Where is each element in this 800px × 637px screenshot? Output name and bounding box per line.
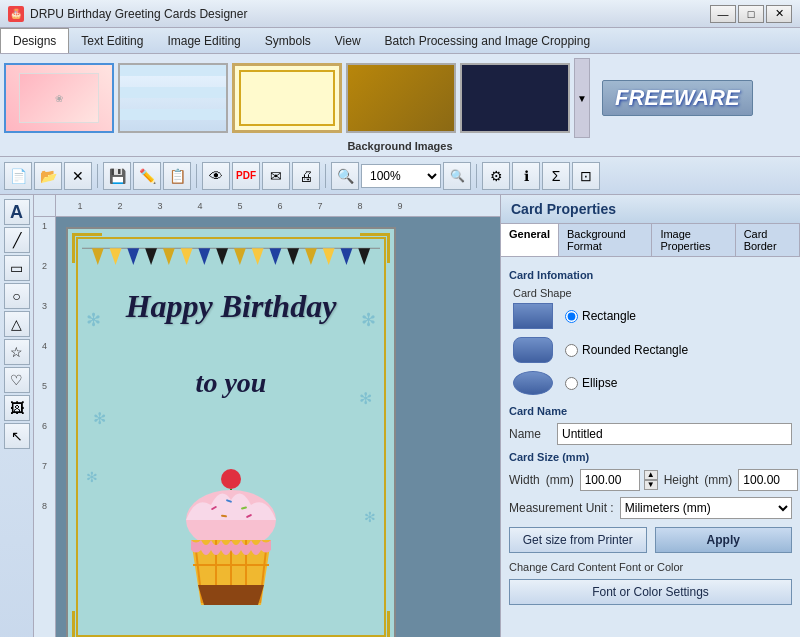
apply-button[interactable]: Apply (655, 527, 793, 553)
ellipse-tool[interactable]: ○ (4, 283, 30, 309)
bg-thumb-1[interactable]: ❀ (4, 63, 114, 133)
name-input[interactable] (557, 423, 792, 445)
close-file-button[interactable]: ✕ (64, 162, 92, 190)
ruler-corner (34, 195, 56, 217)
scroll-down-button[interactable]: ▼ (574, 58, 590, 138)
rect-tool[interactable]: ▭ (4, 255, 30, 281)
bg-thumb-2[interactable] (118, 63, 228, 133)
card-shape-label: Card Shape (513, 287, 792, 299)
shape-option-rounded: Rounded Rectangle (513, 337, 792, 363)
rounded-rectangle-preview (513, 337, 553, 363)
heart-tool[interactable]: ♡ (4, 367, 30, 393)
triangle-tool[interactable]: △ (4, 311, 30, 337)
print-button[interactable]: 🖨 (292, 162, 320, 190)
name-label: Name (509, 427, 549, 441)
card-text-to-you: to you (78, 367, 384, 399)
zoom-in-button[interactable]: 🔍 (331, 162, 359, 190)
get-size-button[interactable]: Get size from Printer (509, 527, 647, 553)
maximize-button[interactable]: □ (738, 5, 764, 23)
menu-symbols[interactable]: Symbols (253, 28, 323, 53)
ellipse-label: Ellipse (582, 376, 617, 390)
menu-image-editing[interactable]: Image Editing (155, 28, 252, 53)
width-input[interactable] (580, 469, 640, 491)
zoom-select[interactable]: 100% (361, 164, 441, 188)
width-up[interactable]: ▲ (644, 470, 658, 480)
panel-tabs: General Background Format Image Properti… (501, 224, 800, 257)
toolbar: 📄 📂 ✕ 💾 ✏️ 📋 👁 PDF ✉ 🖨 🔍 100% 🔍 ⚙ ℹ Σ ⊡ (0, 157, 800, 195)
size-row: Width (mm) ▲ ▼ Height (mm) ▲ (509, 469, 792, 491)
svg-point-16 (221, 469, 241, 489)
image-tool[interactable]: 🖼 (4, 395, 30, 421)
snowflake-6: ✻ (364, 509, 376, 525)
rounded-radio[interactable] (565, 344, 578, 357)
shape-option-ellipse: Ellipse (513, 371, 792, 395)
ellipse-radio-label[interactable]: Ellipse (565, 376, 617, 390)
font-color-section-title: Change Card Content Font or Color (509, 561, 792, 573)
tab-background-format[interactable]: Background Format (559, 224, 652, 256)
width-down[interactable]: ▼ (644, 480, 658, 490)
email-button[interactable]: ✉ (262, 162, 290, 190)
card-info-section-title: Card Infomation (509, 269, 792, 281)
svg-marker-1 (110, 248, 122, 265)
close-button[interactable]: ✕ (766, 5, 792, 23)
canvas-wrapper: 1 2 3 4 5 6 7 8 9 1 2 3 4 5 6 7 8 (34, 195, 500, 637)
ellipse-radio[interactable] (565, 377, 578, 390)
edit-button[interactable]: ✏️ (133, 162, 161, 190)
panel-title: Card Properties (511, 201, 790, 217)
open-button[interactable]: 📂 (34, 162, 62, 190)
title-bar: 🎂 DRPU Birthday Greeting Cards Designer … (0, 0, 800, 28)
crop-button[interactable]: ⊡ (572, 162, 600, 190)
svg-marker-15 (358, 248, 370, 265)
sigma-button[interactable]: Σ (542, 162, 570, 190)
minimize-button[interactable]: — (710, 5, 736, 23)
tab-image-properties[interactable]: Image Properties (652, 224, 735, 256)
card-name-section-title: Card Name (509, 405, 792, 417)
rectangle-radio[interactable] (565, 310, 578, 323)
card-size-section-title: Card Size (mm) (509, 451, 792, 463)
measurement-select[interactable]: Milimeters (mm) Inches (in) Centimeters … (620, 497, 792, 519)
tab-card-border[interactable]: Card Border (736, 224, 800, 256)
rectangle-preview (513, 303, 553, 329)
svg-marker-11 (287, 248, 299, 265)
menu-batch-processing[interactable]: Batch Processing and Image Cropping (373, 28, 602, 53)
card-canvas[interactable]: Happy Birthday to you ✻ ✻ ✻ ✻ ✻ ✻ (66, 227, 396, 637)
height-label: Height (664, 473, 699, 487)
tab-general[interactable]: General (501, 224, 559, 256)
line-tool[interactable]: ╱ (4, 227, 30, 253)
star-tool[interactable]: ☆ (4, 339, 30, 365)
menu-designs[interactable]: Designs (0, 28, 69, 53)
svg-marker-6 (198, 248, 210, 265)
shape-option-rectangle: Rectangle (513, 303, 792, 329)
info-button[interactable]: ℹ (512, 162, 540, 190)
menu-text-editing[interactable]: Text Editing (69, 28, 155, 53)
settings-button[interactable]: ⚙ (482, 162, 510, 190)
font-color-settings-button[interactable]: Font or Color Settings (509, 579, 792, 605)
new-button[interactable]: 📄 (4, 162, 32, 190)
menu-view[interactable]: View (323, 28, 373, 53)
freeware-badge: FREEWARE (602, 80, 753, 116)
print-preview-button[interactable]: 👁 (202, 162, 230, 190)
select-tool[interactable]: ↖ (4, 423, 30, 449)
snowflake-3: ✻ (86, 469, 98, 485)
svg-marker-8 (234, 248, 246, 265)
svg-marker-2 (127, 248, 139, 265)
main-area: A ╱ ▭ ○ △ ☆ ♡ 🖼 ↖ 1 2 3 4 5 6 7 8 9 1 2 … (0, 195, 800, 637)
height-input[interactable] (738, 469, 798, 491)
panel-content: Card Infomation Card Shape Rectangle Rou… (501, 257, 800, 637)
rounded-radio-label[interactable]: Rounded Rectangle (565, 343, 688, 357)
corner-br (360, 611, 390, 637)
text-tool[interactable]: A (4, 199, 30, 225)
bg-thumb-4[interactable] (346, 63, 456, 133)
bunting (82, 243, 380, 293)
bg-thumb-5[interactable] (460, 63, 570, 133)
svg-marker-5 (181, 248, 193, 265)
copy-button[interactable]: 📋 (163, 162, 191, 190)
bg-thumb-3[interactable] (232, 63, 342, 133)
window-controls[interactable]: — □ ✕ (710, 5, 792, 23)
width-spinner[interactable]: ▲ ▼ (644, 470, 658, 490)
save-button[interactable]: 💾 (103, 162, 131, 190)
zoom-out-button[interactable]: 🔍 (443, 162, 471, 190)
width-unit: (mm) (546, 473, 574, 487)
rectangle-radio-label[interactable]: Rectangle (565, 309, 636, 323)
pdf-button[interactable]: PDF (232, 162, 260, 190)
